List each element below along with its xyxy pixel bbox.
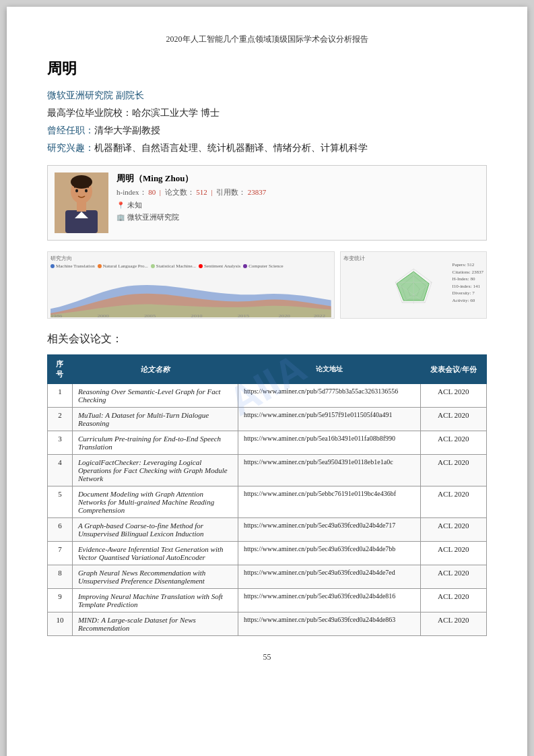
cell-title: MuTual: A Dataset for Multi-Turn Dialogu… — [72, 408, 238, 431]
education-line: 最高学位毕业院校：哈尔滨工业大学 博士 — [47, 107, 487, 119]
cell-conf: ACL 2020 — [420, 431, 486, 455]
profile-box: 周明（Ming Zhou） h-index： 80 | 论文数： 512 | 引… — [47, 165, 487, 241]
cell-num: 1 — [48, 384, 73, 408]
svg-line-9 — [84, 187, 89, 187]
profile-photo — [55, 172, 108, 233]
profile-info: 周明（Ming Zhou） h-index： 80 | 论文数： 512 | 引… — [116, 172, 479, 233]
location-icon: 📍 — [116, 201, 125, 209]
col-header-conf: 发表会议/年份 — [420, 355, 486, 384]
table-row: 4LogicalFactChecker: Leveraging Logical … — [48, 455, 487, 486]
profile-stats: h-index： 80 | 论文数： 512 | 引用数： 23837 — [116, 187, 479, 197]
legend-label-1: Machine Translation — [56, 263, 95, 269]
cell-conf: ACL 2020 — [420, 589, 486, 612]
legend-dot-2 — [98, 264, 102, 268]
cell-title: Document Modeling with Graph Attention N… — [72, 486, 238, 518]
h-index-value: 80 — [148, 188, 156, 196]
cell-title: MIND: A Large-scale Dataset for News Rec… — [72, 612, 238, 636]
citations-label: 引用数： — [216, 188, 246, 196]
table-row: 2MuTual: A Dataset for Multi-Turn Dialog… — [48, 408, 487, 431]
previous-label: 曾经任职： — [47, 125, 94, 135]
cell-conf: ACL 2020 — [420, 565, 486, 589]
cell-num: 2 — [48, 408, 73, 431]
cell-conf: ACL 2020 — [420, 486, 486, 518]
cell-title: Improving Neural Machine Translation wit… — [72, 589, 238, 612]
h-index-label: h-index： — [116, 188, 147, 196]
legend-dot-3 — [151, 264, 155, 268]
page-footer: 55 — [47, 652, 487, 662]
svg-rect-4 — [77, 202, 86, 212]
profile-display-name: 周明（Ming Zhou） — [116, 172, 479, 185]
cell-num: 3 — [48, 431, 73, 455]
table-row: 3Curriculum Pre-training for End-to-End … — [48, 431, 487, 455]
legend-dot-5 — [243, 264, 247, 268]
legend-item-5: Computer Science — [243, 263, 283, 269]
charts-area: 研究方向 Machine Translation Natural Languag… — [47, 251, 487, 319]
cell-url: https://www.aminer.cn/pub/5ebbc76191e011… — [238, 486, 420, 518]
svg-text:2000: 2000 — [97, 313, 109, 317]
citations-value: 23837 — [248, 188, 267, 196]
institution-icon: 🏢 — [116, 214, 125, 221]
cell-num: 8 — [48, 565, 73, 589]
legend-label-3: Statistical Machine... — [156, 263, 196, 269]
papers-value: 512 — [196, 188, 207, 196]
legend-dot-1 — [51, 264, 55, 268]
table-header-row: 序号 论文名称 论文地址 发表会议/年份 — [48, 355, 487, 384]
cell-title: LogicalFactChecker: Leveraging Logical O… — [72, 455, 238, 486]
radar-stats: Papers: 512 Citations: 23837 H-Index: 80… — [453, 261, 483, 304]
legend-item-2: Natural Language Pro... — [98, 263, 148, 269]
interests-line: 研究兴趣：机器翻译、自然语言处理、统计机器翻译、情绪分析、计算机科学 — [47, 142, 487, 154]
legend-item-4: Sentiment Analysis — [199, 263, 240, 269]
legend-dot-4 — [199, 264, 203, 268]
location-text: 未知 — [127, 200, 142, 210]
cell-url: https://www.aminer.cn/pub/5d7775bb3a55ac… — [238, 384, 420, 408]
person-name: 周明 — [47, 59, 487, 79]
institution-text: 微软亚洲研究院 — [127, 212, 179, 222]
cell-conf: ACL 2020 — [420, 408, 486, 431]
svg-text:1986: 1986 — [51, 313, 63, 317]
cell-title: Reasoning Over Semantic-Level Graph for … — [72, 384, 238, 408]
col-header-num: 序号 — [48, 355, 73, 384]
col-header-title: 论文名称 — [72, 355, 238, 384]
cell-title: Curriculum Pre-training for End-to-End S… — [72, 431, 238, 455]
table-row: 6A Graph-based Coarse-to-fine Method for… — [48, 518, 487, 542]
area-chart-svg: 1986 2000 2005 2010 2015 2020 2022 — [51, 270, 331, 317]
location-row: 📍 未知 — [116, 200, 479, 210]
svg-text:2020: 2020 — [279, 313, 291, 317]
cell-title: Evidence-Aware Inferential Text Generati… — [72, 542, 238, 565]
cell-url: https://www.aminer.cn/pub/5e9157f91e0115… — [238, 408, 420, 431]
legend-label-4: Sentiment Analysis — [204, 263, 240, 269]
cell-title: A Graph-based Coarse-to-fine Method for … — [72, 518, 238, 542]
cell-url: https://www.aminer.cn/pub/5ec49a639fced0… — [238, 612, 420, 636]
cell-conf: ACL 2020 — [420, 542, 486, 565]
papers-section-title: 相关会议论文： — [47, 332, 487, 346]
papers-table: 序号 论文名称 论文地址 发表会议/年份 1Reasoning Over Sem… — [47, 354, 487, 636]
svg-text:2010: 2010 — [191, 313, 203, 317]
cell-num: 4 — [48, 455, 73, 486]
cell-url: https://www.aminer.cn/pub/5ea16b3491e011… — [238, 431, 420, 455]
cell-num: 7 — [48, 542, 73, 565]
svg-line-8 — [74, 187, 79, 187]
page-number: 55 — [263, 652, 271, 662]
cell-num: 9 — [48, 589, 73, 612]
svg-point-7 — [85, 189, 88, 193]
institution-row: 🏢 微软亚洲研究院 — [116, 212, 479, 222]
area-chart-container: 研究方向 Machine Translation Natural Languag… — [47, 251, 335, 319]
previous-value: 清华大学副教授 — [94, 125, 160, 135]
affiliation: 微软亚洲研究院 副院长 — [47, 90, 487, 102]
svg-text:2015: 2015 — [238, 313, 250, 317]
table-row: 7Evidence-Aware Inferential Text Generat… — [48, 542, 487, 565]
radar-chart-container: 布变统计 Papers: 512 Citations: 23837 H-Inde… — [340, 251, 487, 319]
cell-conf: ACL 2020 — [420, 518, 486, 542]
table-row: 5Document Modeling with Graph Attention … — [48, 486, 487, 518]
interests-label: 研究兴趣： — [47, 143, 94, 153]
cell-url: https://www.aminer.cn/pub/5ec49a639fced0… — [238, 542, 420, 565]
cell-conf: ACL 2020 — [420, 384, 486, 408]
interests-value: 机器翻译、自然语言处理、统计机器翻译、情绪分析、计算机科学 — [94, 143, 368, 153]
page-header: 2020年人工智能几个重点领域顶级国际学术会议分析报告 — [47, 34, 487, 45]
cell-num: 5 — [48, 486, 73, 518]
page: AIIA 2020年人工智能几个重点领域顶级国际学术会议分析报告 周明 微软亚洲… — [7, 7, 527, 756]
cell-url: https://www.aminer.cn/pub/5ec49a639fced0… — [238, 518, 420, 542]
svg-text:2005: 2005 — [144, 313, 156, 317]
table-row: 1Reasoning Over Semantic-Level Graph for… — [48, 384, 487, 408]
table-row: 9Improving Neural Machine Translation wi… — [48, 589, 487, 612]
